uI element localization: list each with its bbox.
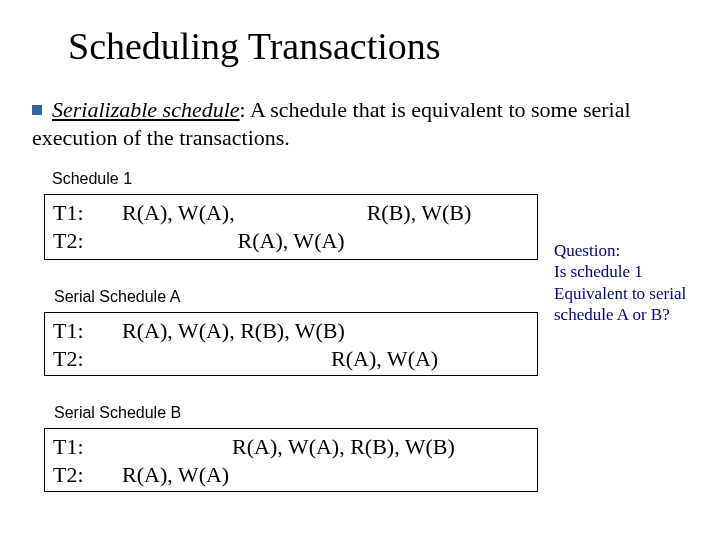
question-line-3: Equivalent to serial bbox=[554, 283, 714, 304]
serialB-t2: T2: R(A), W(A) bbox=[53, 461, 529, 489]
question-line-2: Is schedule 1 bbox=[554, 261, 714, 282]
label-serial-schedule-a: Serial Schedule A bbox=[54, 288, 180, 306]
label-schedule-1: Schedule 1 bbox=[52, 170, 132, 188]
schedule1-t2: T2: R(A), W(A) bbox=[53, 227, 529, 255]
serialB-t1: T1: R(A), W(A), R(B), W(B) bbox=[53, 433, 529, 461]
term-serializable-schedule: Serializable schedule bbox=[52, 97, 240, 122]
box-serial-schedule-a: T1: R(A), W(A), R(B), W(B) T2: R(A), W(A… bbox=[44, 312, 538, 376]
box-schedule-1: T1: R(A), W(A), R(B), W(B) T2: R(A), W(A… bbox=[44, 194, 538, 260]
question-line-1: Question: bbox=[554, 240, 714, 261]
schedule1-t1: T1: R(A), W(A), R(B), W(B) bbox=[53, 199, 529, 227]
slide-title: Scheduling Transactions bbox=[68, 24, 441, 68]
question-text: Question: Is schedule 1 Equivalent to se… bbox=[554, 240, 714, 325]
label-serial-schedule-b: Serial Schedule B bbox=[54, 404, 181, 422]
question-line-4: schedule A or B? bbox=[554, 304, 714, 325]
serialA-t2: T2: R(A), W(A) bbox=[53, 345, 529, 373]
serialA-t1: T1: R(A), W(A), R(B), W(B) bbox=[53, 317, 529, 345]
box-serial-schedule-b: T1: R(A), W(A), R(B), W(B) T2: R(A), W(A… bbox=[44, 428, 538, 492]
slide: Scheduling Transactions Serializable sch… bbox=[0, 0, 720, 540]
bullet-square-icon bbox=[32, 105, 42, 115]
definition-bullet: Serializable schedule: A schedule that i… bbox=[32, 96, 700, 151]
